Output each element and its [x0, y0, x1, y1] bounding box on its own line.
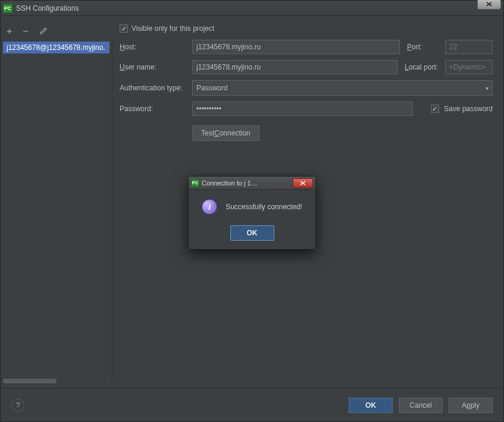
localport-label: Local port:: [402, 63, 440, 71]
app-icon: PC: [3, 4, 12, 13]
localport-input[interactable]: [445, 60, 493, 74]
auth-type-value: Password: [196, 84, 228, 92]
host-row: Host: Port:: [120, 40, 493, 54]
visible-only-label: Visible only for this project: [132, 24, 214, 33]
auth-label: Authentication type:: [120, 84, 187, 92]
app-icon: PC: [191, 179, 199, 187]
visible-only-checkbox[interactable]: [120, 24, 128, 33]
port-input[interactable]: [445, 40, 493, 54]
add-config-button[interactable]: +: [7, 27, 12, 37]
save-password-label: Save password: [444, 105, 493, 113]
cancel-button[interactable]: Cancel: [399, 398, 443, 413]
dialog-ok-button[interactable]: OK: [230, 225, 274, 241]
password-input[interactable]: [192, 102, 413, 116]
save-password-checkbox[interactable]: [431, 105, 439, 113]
config-list[interactable]: j12345678@j12345678.myjino.: [3, 42, 109, 379]
help-button[interactable]: ?: [11, 399, 24, 412]
username-row: User name: Local port:: [120, 60, 493, 74]
remove-config-button[interactable]: −: [23, 27, 28, 37]
test-connection-row: Test Connection: [120, 125, 493, 141]
dialog-body: i Successfully connected! OK: [189, 190, 315, 249]
edit-config-button[interactable]: [39, 27, 48, 37]
sidebar-toolbar: + −: [3, 27, 109, 42]
connection-result-dialog: PC Connection to j 1… i Successfully con…: [188, 176, 316, 250]
password-label: Password:: [120, 105, 187, 113]
info-icon: i: [202, 199, 217, 215]
ssh-configurations-window: PC SSH Configurations + − j12345678@j123…: [0, 0, 504, 422]
window-close-button[interactable]: [477, 0, 501, 10]
test-connection-button[interactable]: Test Connection: [192, 125, 259, 141]
config-list-item[interactable]: j12345678@j12345678.myjino.: [3, 42, 109, 53]
window-title: SSH Configurations: [16, 4, 79, 12]
apply-button[interactable]: Apply: [449, 398, 493, 413]
titlebar[interactable]: PC SSH Configurations: [1, 1, 503, 16]
host-label: Host:: [120, 43, 187, 51]
username-input[interactable]: [192, 60, 397, 74]
dialog-title: Connection to j 1…: [202, 179, 290, 187]
close-icon: [486, 1, 493, 7]
dialog-titlebar[interactable]: PC Connection to j 1…: [189, 177, 315, 190]
dialog-close-button[interactable]: [293, 178, 313, 188]
password-row: Password: Save password: [120, 102, 493, 116]
auth-type-select[interactable]: Password ▾: [192, 80, 493, 96]
sidebar-scrollbar[interactable]: [3, 379, 109, 383]
port-label: Port:: [405, 43, 440, 51]
dialog-message: Successfully connected!: [226, 203, 302, 211]
close-icon: [300, 181, 306, 185]
auth-row: Authentication type: Password ▾: [120, 80, 493, 96]
visible-only-row: Visible only for this project: [120, 24, 493, 34]
scrollbar-thumb[interactable]: [3, 379, 57, 383]
username-label: User name:: [120, 63, 187, 71]
sidebar: + − j12345678@j12345678.myjino.: [1, 16, 112, 388]
ok-button[interactable]: OK: [349, 398, 393, 413]
dialog-footer: ? OK Cancel Apply: [1, 388, 503, 421]
chevron-down-icon: ▾: [486, 85, 489, 92]
pencil-icon: [39, 27, 48, 35]
host-input[interactable]: [192, 40, 400, 54]
